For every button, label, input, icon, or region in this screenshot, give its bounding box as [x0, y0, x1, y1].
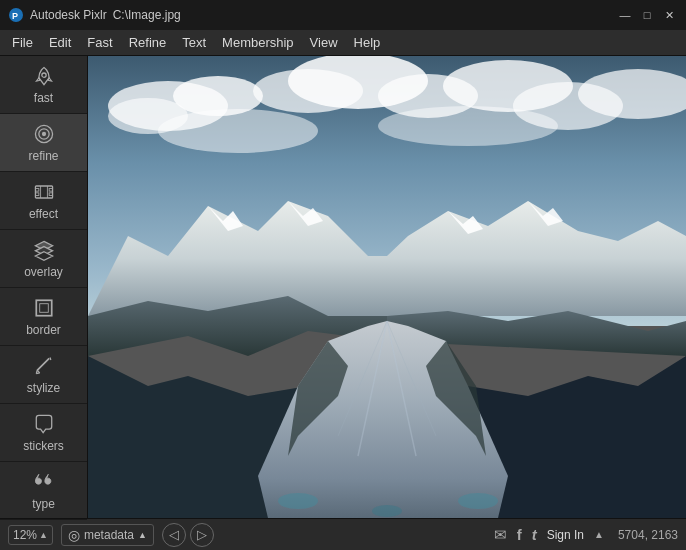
facebook-icon[interactable]: f	[517, 526, 522, 543]
svg-point-2	[41, 73, 45, 77]
menu-membership[interactable]: Membership	[214, 33, 302, 52]
quote-icon	[30, 470, 58, 494]
sign-in-button[interactable]: Sign In	[547, 528, 584, 542]
sidebar-item-border[interactable]: border	[0, 288, 87, 346]
svg-point-53	[458, 493, 498, 509]
film-icon	[30, 180, 58, 204]
sidebar-label-border: border	[26, 323, 61, 337]
svg-point-54	[372, 505, 402, 517]
sidebar-item-refine[interactable]: refine	[0, 114, 87, 172]
svg-point-33	[158, 109, 318, 153]
navigation-controls: ◁ ▷	[162, 523, 214, 547]
svg-point-34	[378, 106, 558, 146]
circle-swirl-icon	[30, 122, 58, 146]
meta-icon: ◎	[68, 527, 80, 543]
sidebar-label-type: type	[32, 497, 55, 511]
metadata-label: metadata	[84, 528, 134, 542]
sidebar-label-stickers: stickers	[23, 439, 64, 453]
rocket-icon	[30, 64, 58, 88]
sidebar-item-stickers[interactable]: stickers	[0, 404, 87, 462]
canvas-area[interactable]	[88, 56, 686, 518]
menu-edit[interactable]: Edit	[41, 33, 79, 52]
title-bar: P Autodesk Pixlr C:\Image.jpg — □ ✕	[0, 0, 686, 30]
sidebar-label-effect: effect	[29, 207, 58, 221]
sidebar-item-effect[interactable]: effect	[0, 172, 87, 230]
border-square-icon	[30, 296, 58, 320]
canvas-image	[88, 56, 686, 518]
coordinates: 5704, 2163	[618, 528, 678, 542]
next-button[interactable]: ▷	[190, 523, 214, 547]
sidebar-label-stylize: stylize	[27, 381, 60, 395]
svg-rect-16	[36, 300, 51, 315]
status-up-arrow[interactable]: ▲	[594, 529, 604, 540]
svg-point-5	[41, 132, 45, 136]
title-bar-controls: — □ ✕	[616, 6, 678, 24]
menu-text[interactable]: Text	[174, 33, 214, 52]
sidebar-item-stylize[interactable]: stylize	[0, 346, 87, 404]
svg-marker-15	[35, 252, 52, 261]
svg-rect-17	[39, 304, 48, 313]
svg-point-52	[278, 493, 318, 509]
main-area: fast refine effect	[0, 56, 686, 518]
speech-bubble-icon	[30, 412, 58, 436]
minimize-button[interactable]: —	[616, 6, 634, 24]
zoom-value: 12%	[13, 528, 37, 542]
sidebar: fast refine effect	[0, 56, 88, 518]
prev-button[interactable]: ◁	[162, 523, 186, 547]
app-name: Autodesk Pixlr	[30, 8, 107, 22]
menu-view[interactable]: View	[302, 33, 346, 52]
file-path: C:\Image.jpg	[113, 8, 181, 22]
pencil-icon	[30, 354, 58, 378]
zoom-control[interactable]: 12% ▲	[8, 525, 53, 545]
menu-bar: File Edit Fast Refine Text Membership Vi…	[0, 30, 686, 56]
svg-rect-6	[35, 186, 52, 198]
sidebar-label-refine: refine	[28, 149, 58, 163]
twitter-icon[interactable]: t	[532, 526, 537, 543]
app-icon: P	[8, 7, 24, 23]
title-bar-left: P Autodesk Pixlr C:\Image.jpg	[8, 7, 181, 23]
layers-icon	[30, 238, 58, 262]
email-icon[interactable]: ✉	[494, 526, 507, 544]
sidebar-label-overlay: overlay	[24, 265, 63, 279]
menu-fast[interactable]: Fast	[79, 33, 120, 52]
menu-refine[interactable]: Refine	[121, 33, 175, 52]
svg-line-18	[37, 358, 49, 370]
svg-text:P: P	[12, 11, 18, 21]
zoom-up-arrow[interactable]: ▲	[39, 530, 48, 540]
status-bar: 12% ▲ ◎ metadata ▲ ◁ ▷ ✉ f t Sign In ▲ 5…	[0, 518, 686, 550]
svg-line-22	[37, 370, 40, 373]
menu-file[interactable]: File	[4, 33, 41, 52]
sidebar-item-fast[interactable]: fast	[0, 56, 87, 114]
social-controls: ✉ f t Sign In ▲ 5704, 2163	[494, 526, 678, 544]
sidebar-item-type[interactable]: type	[0, 462, 87, 520]
close-button[interactable]: ✕	[660, 6, 678, 24]
sidebar-item-overlay[interactable]: overlay	[0, 230, 87, 288]
menu-help[interactable]: Help	[346, 33, 389, 52]
maximize-button[interactable]: □	[638, 6, 656, 24]
metadata-control[interactable]: ◎ metadata ▲	[61, 524, 154, 546]
svg-line-19	[50, 357, 51, 360]
meta-arrow-icon[interactable]: ▲	[138, 530, 147, 540]
sidebar-label-fast: fast	[34, 91, 53, 105]
